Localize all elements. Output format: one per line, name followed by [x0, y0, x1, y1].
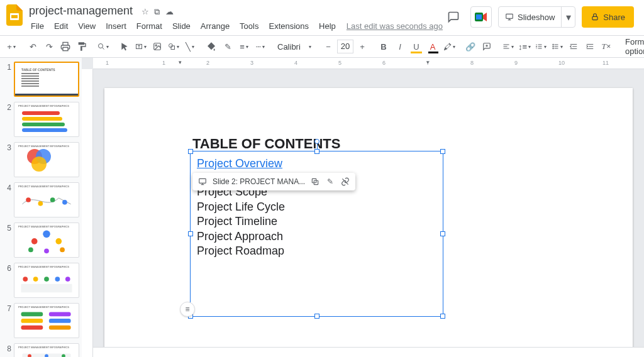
shape-tool[interactable] — [166, 38, 181, 55]
fill-color-button[interactable] — [204, 38, 219, 55]
new-slide-button[interactable]: + — [4, 38, 19, 55]
paint-format-button[interactable] — [74, 38, 89, 55]
font-family-select[interactable]: Calibri — [274, 40, 314, 53]
bold-button[interactable]: B — [376, 38, 391, 55]
menu-view[interactable]: View — [74, 19, 100, 33]
font-size-decrease[interactable]: − — [321, 38, 336, 55]
link-target-label[interactable]: Slide 2: PROJECT MANA... — [213, 177, 305, 186]
undo-button[interactable]: ↶ — [25, 38, 40, 55]
svg-point-10 — [155, 45, 157, 46]
resize-handle-w[interactable] — [188, 231, 193, 236]
clear-format-button[interactable]: T✕ — [599, 38, 614, 55]
numbered-list-button[interactable] — [533, 38, 548, 55]
svg-point-20 — [43, 231, 50, 238]
thumbnail-6[interactable]: PROJECT MANAGEMENT INFOGRAPHICS — [14, 263, 79, 298]
thumbnail-3[interactable]: PROJECT MANAGEMENT INFOGRAPHICS — [14, 142, 79, 177]
bulleted-list-button[interactable] — [550, 38, 565, 55]
thumbnail-1[interactable]: TABLE OF CONTENTS — [14, 62, 79, 97]
menu-extensions[interactable]: Extensions — [264, 19, 313, 33]
format-options-button[interactable]: Format options — [620, 37, 644, 56]
copy-link-icon[interactable] — [310, 177, 320, 187]
edit-link-icon[interactable]: ✎ — [325, 177, 335, 187]
document-title[interactable]: project-management — [26, 4, 135, 18]
svg-point-16 — [26, 197, 31, 202]
line-spacing-button[interactable]: ↕≡ — [517, 38, 532, 55]
indent-increase-button[interactable] — [582, 38, 597, 55]
slide-filmstrip[interactable]: 1 TABLE OF CONTENTS 2 PROJECT MANAGEMENT… — [0, 58, 82, 357]
slide-canvas[interactable]: TABLE OF CONTENTS Project Overview Proje… — [104, 88, 633, 347]
slideshow-dropdown[interactable]: ▾ — [561, 7, 575, 27]
menu-file[interactable]: File — [26, 19, 48, 33]
text-color-button[interactable]: A — [425, 38, 440, 55]
speaker-notes-toggle[interactable]: ≡ — [180, 302, 195, 317]
slides-logo[interactable] — [4, 4, 25, 26]
border-dash-button[interactable]: ┄ — [253, 38, 268, 55]
toc-item[interactable]: Project Approach — [197, 229, 436, 244]
canvas[interactable]: TABLE OF CONTENTS Project Overview Proje… — [93, 69, 644, 347]
resize-handle-se[interactable] — [440, 314, 445, 319]
resize-handle-e[interactable] — [440, 231, 445, 236]
align-button[interactable] — [501, 38, 516, 55]
indent-decrease-button[interactable] — [566, 38, 581, 55]
border-color-button[interactable]: ✎ — [220, 38, 235, 55]
textbox-tool[interactable] — [133, 38, 148, 55]
menu-insert[interactable]: Insert — [101, 19, 131, 33]
svg-point-30 — [65, 277, 70, 282]
resize-handle-nw[interactable] — [188, 149, 193, 154]
move-icon[interactable]: ⧉ — [154, 7, 160, 16]
highlight-button[interactable]: 🖍 — [441, 38, 457, 55]
zoom-button[interactable] — [96, 38, 111, 55]
textbox-content[interactable]: Project Overview Project Scope Project L… — [191, 151, 443, 263]
thumbnail-8[interactable]: PROJECT MANAGEMENT INFOGRAPHICS — [14, 343, 79, 357]
menu-slide[interactable]: Slide — [168, 19, 195, 33]
menu-edit[interactable]: Edit — [50, 19, 72, 33]
remove-link-icon[interactable] — [340, 177, 350, 187]
slideshow-button[interactable]: Slideshow ▾ — [498, 6, 575, 28]
toc-item[interactable]: Project Roadmap — [197, 244, 436, 258]
underline-button[interactable]: U — [409, 38, 424, 55]
horizontal-scrollbar[interactable] — [93, 347, 644, 357]
toolbar: + ↶ ↷ ╲ ✎ ≡ ┄ Calibri − 20 + B I U A 🖍 🔗… — [0, 35, 644, 58]
italic-button[interactable]: I — [392, 38, 408, 55]
font-size-increase[interactable]: + — [355, 38, 370, 55]
border-weight-button[interactable]: ≡ — [236, 38, 252, 55]
svg-rect-32 — [21, 312, 43, 317]
print-button[interactable] — [58, 38, 73, 55]
share-button[interactable]: Share — [582, 6, 634, 28]
svg-point-19 — [62, 200, 67, 205]
rotate-handle[interactable] — [314, 139, 319, 144]
toc-item[interactable]: Project Timeline — [197, 214, 436, 229]
comments-icon[interactable] — [443, 6, 464, 28]
select-tool[interactable] — [117, 38, 132, 55]
last-edit-link[interactable]: Last edit was seconds ago — [347, 21, 443, 31]
horizontal-ruler[interactable]: ▾ ▾ 1 1 2 3 4 5 6 7 8 9 10 11 — [93, 58, 644, 69]
redo-button[interactable]: ↷ — [42, 38, 57, 55]
cloud-icon[interactable]: ☁ — [165, 7, 174, 16]
svg-rect-36 — [21, 326, 43, 330]
star-icon[interactable]: ☆ — [142, 7, 149, 16]
thumbnail-2[interactable]: PROJECT MANAGEMENT INFOGRAPHICS — [14, 102, 79, 137]
font-size-value[interactable]: 20 — [337, 40, 353, 53]
menu-tools[interactable]: Tools — [235, 19, 263, 33]
toc-item[interactable]: Project Life Cycle — [197, 200, 436, 214]
vertical-ruler[interactable] — [82, 69, 93, 357]
menu-arrange[interactable]: Arrange — [196, 19, 234, 33]
svg-point-28 — [44, 277, 49, 282]
resize-handle-s[interactable] — [314, 314, 319, 319]
image-tool[interactable] — [150, 38, 165, 55]
meet-button[interactable] — [470, 6, 492, 28]
font-size-control: − 20 + — [321, 38, 370, 55]
menu-help[interactable]: Help — [314, 19, 340, 33]
svg-point-14 — [553, 46, 554, 47]
menu-format[interactable]: Format — [132, 19, 167, 33]
insert-comment-button[interactable] — [479, 38, 494, 55]
share-label: Share — [603, 13, 625, 22]
toc-item-link[interactable]: Project Overview — [197, 157, 282, 171]
line-tool[interactable]: ╲ — [182, 38, 197, 55]
insert-link-button[interactable]: 🔗 — [463, 38, 478, 55]
resize-handle-ne[interactable] — [440, 149, 445, 154]
thumbnail-5[interactable]: PROJECT MANAGEMENT INFOGRAPHICS — [14, 222, 79, 258]
thumbnail-4[interactable]: PROJECT MANAGEMENT INFOGRAPHICS — [14, 182, 79, 217]
resize-handle-n[interactable] — [314, 149, 319, 154]
thumbnail-7[interactable]: PROJECT MANAGEMENT INFOGRAPHICS — [14, 303, 79, 338]
